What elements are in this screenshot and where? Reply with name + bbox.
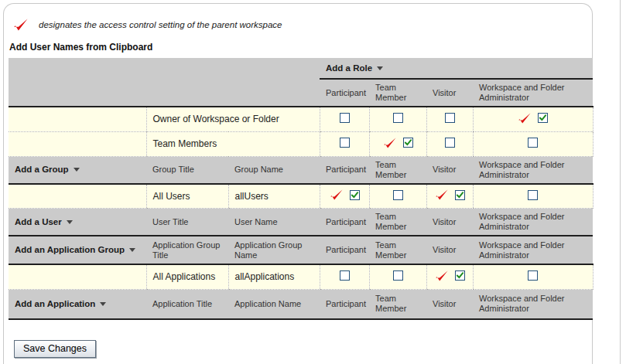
permission-cell[interactable] bbox=[473, 264, 593, 289]
column-header-application-name: Application Name bbox=[228, 289, 320, 319]
column-header-participant: Participant bbox=[320, 289, 369, 319]
permission-cell[interactable] bbox=[369, 184, 426, 209]
column-header-visitor: Visitor bbox=[426, 289, 473, 319]
application-group-title-cell: All Applications bbox=[146, 264, 228, 289]
permission-cell[interactable] bbox=[426, 107, 473, 131]
parent-setting-check-icon bbox=[330, 189, 343, 200]
group-name-cell: allUsers bbox=[228, 184, 320, 209]
add-application-group-menu[interactable]: Add an Application Group bbox=[9, 236, 146, 264]
permission-checkbox[interactable] bbox=[393, 190, 403, 200]
column-header-group-name: Group Name bbox=[228, 156, 320, 184]
empty-cell bbox=[9, 107, 146, 131]
column-header-visitor: Visitor bbox=[426, 236, 473, 264]
parent-setting-check-icon bbox=[435, 189, 448, 200]
table-row-all-applications: All Applications allApplications bbox=[9, 264, 593, 289]
column-header-user-title: User Title bbox=[146, 209, 228, 236]
column-header-team-member: Team Member bbox=[369, 79, 426, 107]
permission-checkbox[interactable] bbox=[528, 190, 538, 200]
section-header-add-application: Add an Application Application Title App… bbox=[9, 289, 593, 319]
permission-cell[interactable] bbox=[473, 184, 593, 209]
permission-checkbox[interactable] bbox=[455, 190, 465, 200]
column-header-application-group-name: Application Group Name bbox=[228, 236, 320, 264]
column-header-application-title: Application Title bbox=[146, 289, 228, 319]
column-header-application-group-title: Application Group Title bbox=[146, 236, 228, 264]
add-group-menu[interactable]: Add a Group bbox=[9, 156, 146, 184]
column-header-team-member: Team Member bbox=[369, 156, 426, 184]
column-header-participant: Participant bbox=[320, 156, 369, 184]
permission-cell[interactable] bbox=[426, 131, 473, 156]
chevron-down-icon bbox=[67, 220, 73, 224]
column-header-visitor: Visitor bbox=[426, 209, 473, 236]
save-changes-button[interactable]: Save Changes bbox=[14, 340, 96, 358]
column-header-admin: Workspace and Folder Administrator bbox=[473, 209, 593, 236]
permission-cell[interactable] bbox=[320, 184, 369, 209]
permission-cell[interactable] bbox=[426, 264, 473, 289]
permission-checkbox[interactable] bbox=[403, 138, 413, 148]
permission-checkbox[interactable] bbox=[445, 113, 455, 123]
column-header-admin: Workspace and Folder Administrator bbox=[473, 289, 593, 319]
permission-checkbox[interactable] bbox=[340, 113, 350, 123]
permission-checkbox[interactable] bbox=[393, 270, 403, 281]
permission-cell[interactable] bbox=[369, 264, 426, 289]
permission-cell[interactable] bbox=[369, 107, 426, 131]
column-header-participant: Participant bbox=[320, 79, 369, 107]
add-role-menu[interactable]: Add a Role bbox=[320, 58, 593, 79]
permission-cell[interactable] bbox=[426, 184, 473, 209]
application-group-name-cell: allApplications bbox=[228, 264, 320, 289]
permission-checkbox[interactable] bbox=[455, 270, 465, 281]
add-application-menu[interactable]: Add an Application bbox=[9, 289, 146, 319]
column-header-visitor: Visitor bbox=[426, 156, 473, 184]
section-header-add-group: Add a Group Group Title Group Name Parti… bbox=[9, 156, 593, 184]
empty-cell bbox=[9, 264, 146, 289]
parent-setting-check-icon bbox=[435, 270, 448, 281]
chevron-down-icon bbox=[100, 302, 106, 306]
empty-cell bbox=[9, 184, 146, 209]
column-header-participant: Participant bbox=[320, 209, 369, 236]
permission-checkbox[interactable] bbox=[528, 138, 538, 148]
empty-cell bbox=[9, 131, 146, 156]
parent-setting-check-icon bbox=[13, 19, 28, 31]
column-header-team-member: Team Member bbox=[369, 209, 426, 236]
page-right-border bbox=[620, 0, 621, 364]
table-row-owner: Owner of Workspace or Folder bbox=[9, 107, 593, 131]
parent-setting-check-icon bbox=[383, 138, 396, 148]
permission-checkbox[interactable] bbox=[538, 113, 548, 123]
permission-cell[interactable] bbox=[320, 131, 369, 156]
add-user-menu[interactable]: Add a User bbox=[9, 209, 146, 236]
permission-checkbox[interactable] bbox=[350, 190, 360, 200]
page-title: Add User Names from Clipboard bbox=[9, 42, 592, 53]
permission-checkbox[interactable] bbox=[393, 113, 403, 123]
column-header-admin: Workspace and Folder Administrator bbox=[473, 156, 593, 184]
parent-setting-check-icon bbox=[518, 113, 531, 124]
table-corner-spacer bbox=[9, 58, 320, 107]
permission-cell[interactable] bbox=[473, 107, 593, 131]
column-header-admin: Workspace and Folder Administrator bbox=[473, 236, 593, 264]
chevron-down-icon bbox=[129, 248, 135, 252]
column-header-team-member: Team Member bbox=[369, 236, 426, 264]
column-header-admin: Workspace and Folder Administrator bbox=[473, 79, 593, 107]
table-row-all-users: All Users allUsers bbox=[9, 184, 593, 209]
chevron-down-icon bbox=[74, 168, 80, 172]
permission-checkbox[interactable] bbox=[340, 138, 350, 148]
access-control-table: Add a Role Participant Team Member Visit… bbox=[9, 58, 594, 320]
column-header-visitor: Visitor bbox=[426, 79, 473, 107]
table-row-team-members: Team Members bbox=[9, 131, 593, 156]
group-title-cell: All Users bbox=[146, 184, 228, 209]
role-row-name: Owner of Workspace or Folder bbox=[146, 107, 320, 131]
section-header-add-user: Add a User User Title User Name Particip… bbox=[9, 209, 593, 236]
permission-checkbox[interactable] bbox=[528, 270, 538, 281]
role-row-name: Team Members bbox=[146, 131, 320, 156]
column-header-participant: Participant bbox=[320, 236, 369, 264]
section-header-add-application-group: Add an Application Group Application Gro… bbox=[9, 236, 593, 264]
legend: designates the access control setting of… bbox=[13, 18, 592, 32]
column-header-team-member: Team Member bbox=[369, 289, 426, 319]
permission-checkbox[interactable] bbox=[445, 138, 455, 148]
permission-cell[interactable] bbox=[473, 131, 593, 156]
column-header-user-name: User Name bbox=[228, 209, 320, 236]
permission-cell[interactable] bbox=[320, 107, 369, 131]
permission-cell[interactable] bbox=[369, 131, 426, 156]
column-header-group-title: Group Title bbox=[146, 156, 228, 184]
legend-text: designates the access control setting of… bbox=[39, 20, 282, 29]
permission-checkbox[interactable] bbox=[340, 270, 350, 281]
permission-cell[interactable] bbox=[320, 264, 369, 289]
